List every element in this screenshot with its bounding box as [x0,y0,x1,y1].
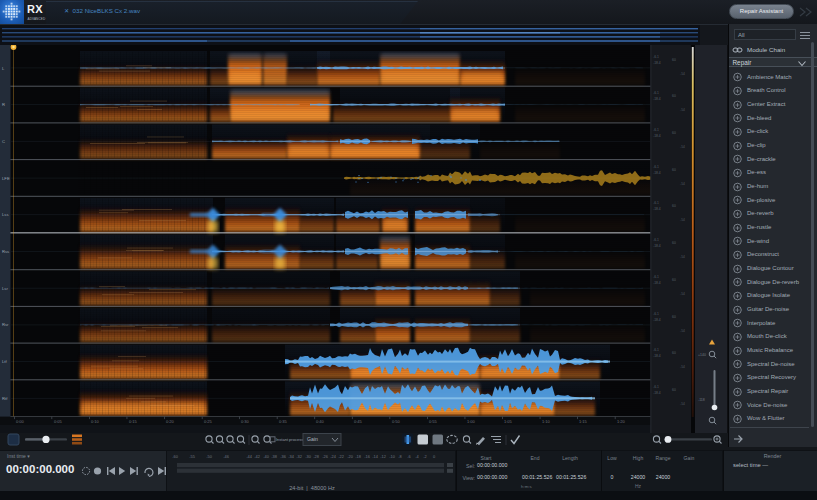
svg-text:1:00: 1:00 [467,419,476,424]
svg-text:60: 60 [672,241,676,245]
svg-text:-30: -30 [305,454,311,459]
svg-text:-6.1: -6.1 [653,55,659,59]
svg-text:-14: -14 [372,454,378,459]
svg-text:LFE: LFE [2,176,10,181]
svg-text:60: 60 [672,278,676,282]
svg-text:-2: -2 [423,454,426,459]
svg-text:0:25: 0:25 [204,419,213,424]
svg-text:-6.1: -6.1 [653,275,659,279]
svg-text:-54: -54 [680,329,685,333]
svg-text:Rsr: Rsr [2,322,9,327]
svg-text:0:45: 0:45 [354,419,363,424]
svg-text:60: 60 [672,204,676,208]
svg-text:-20: -20 [347,454,353,459]
svg-text:0:05: 0:05 [54,419,63,424]
svg-text:60: 60 [672,168,676,172]
svg-text:-18.4: -18.4 [653,354,661,358]
svg-text:24-bit | 48000 Hz: 24-bit | 48000 Hz [289,485,335,491]
svg-text:0:10: 0:10 [91,419,100,424]
svg-text:0:35: 0:35 [279,419,288,424]
svg-text:-44: -44 [246,454,252,459]
svg-text:60: 60 [672,131,676,135]
svg-text:-18.4: -18.4 [653,281,661,285]
svg-text:Lss: Lss [2,212,9,217]
svg-text:-34: -34 [288,454,294,459]
svg-text:-6.1: -6.1 [653,165,659,169]
svg-text:C: C [2,139,5,144]
svg-text:-40: -40 [263,454,269,459]
svg-text:+140: +140 [698,353,706,357]
svg-text:-6.1: -6.1 [653,238,659,242]
svg-text:-28: -28 [313,454,319,459]
svg-text:-32: -32 [296,454,302,459]
svg-text:-18.4: -18.4 [653,244,661,248]
svg-text:1:10: 1:10 [542,419,551,424]
svg-text:-18.4: -18.4 [653,134,661,138]
svg-text:-6: -6 [407,454,410,459]
svg-text:0:15: 0:15 [129,419,138,424]
svg-text:-54: -54 [680,72,685,76]
svg-text:-22: -22 [338,454,344,459]
svg-text:-42: -42 [254,454,260,459]
svg-text:1:05: 1:05 [504,419,513,424]
svg-text:-54: -54 [680,255,685,259]
svg-text:-54: -54 [680,218,685,222]
svg-text:-54: -54 [680,182,685,186]
svg-text:0:20: 0:20 [166,419,175,424]
svg-text:-18.4: -18.4 [653,171,661,175]
svg-text:-18.4: -18.4 [653,207,661,211]
svg-text:60: 60 [672,94,676,98]
svg-text:Lsr: Lsr [2,286,8,291]
svg-text:1:15: 1:15 [579,419,588,424]
svg-text:0:50: 0:50 [392,419,401,424]
svg-text:-55: -55 [189,454,195,459]
svg-text:R: R [2,102,5,107]
svg-text:-18.4: -18.4 [653,391,661,395]
svg-text:-54: -54 [680,365,685,369]
svg-text:-6.1: -6.1 [653,348,659,352]
svg-text:60: 60 [672,351,676,355]
svg-text:-6.1: -6.1 [653,91,659,95]
svg-text:Instant process: Instant process [276,437,303,442]
svg-text:0:00: 0:00 [16,419,25,424]
svg-text:-18.4: -18.4 [653,318,661,322]
svg-text:-6.1: -6.1 [653,312,659,316]
svg-text:-54: -54 [680,292,685,296]
svg-text:-18: -18 [355,454,361,459]
svg-text:60: 60 [672,388,676,392]
svg-text:-8: -8 [398,454,401,459]
svg-text:-54: -54 [680,145,685,149]
svg-text:-36: -36 [280,454,286,459]
svg-text:Gain: Gain [307,436,318,442]
svg-text:60: 60 [672,58,676,62]
svg-text:-4: -4 [415,454,419,459]
svg-text:-18.4: -18.4 [653,97,661,101]
svg-text:-54: -54 [680,108,685,112]
svg-text:-12: -12 [380,454,386,459]
svg-text:0:30: 0:30 [241,419,250,424]
svg-text:Rtf: Rtf [2,396,8,401]
svg-text:-38: -38 [271,454,277,459]
svg-text:60: 60 [672,315,676,319]
svg-text:-60: -60 [172,454,178,459]
svg-text:1:20: 1:20 [617,419,626,424]
svg-text:-6.1: -6.1 [653,128,659,132]
svg-text:-6.1: -6.1 [653,201,659,205]
svg-text:-50: -50 [206,454,212,459]
svg-text:-16: -16 [364,454,370,459]
svg-text:-46: -46 [223,454,229,459]
svg-text:-6.1: -6.1 [653,385,659,389]
svg-text:-18.4: -18.4 [653,61,661,65]
svg-text:-54: -54 [680,402,685,406]
svg-text:Rss: Rss [2,249,9,254]
svg-text:-118: -118 [698,398,705,402]
svg-text:-24: -24 [330,454,336,459]
svg-text:-10: -10 [389,454,395,459]
svg-text:-26: -26 [322,454,328,459]
svg-text:0:40: 0:40 [316,419,325,424]
svg-text:0: 0 [433,454,436,459]
svg-text:0:55: 0:55 [429,419,438,424]
